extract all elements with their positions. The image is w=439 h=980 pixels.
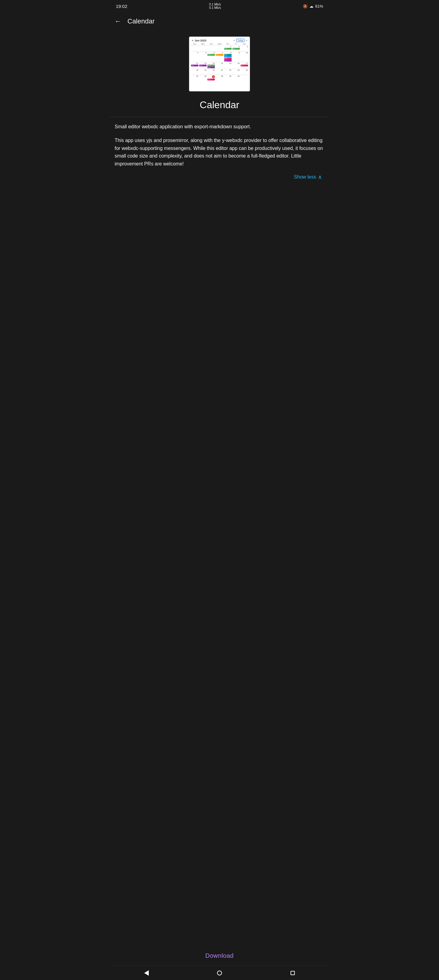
event-chip: semir (199, 65, 207, 67)
event-chip: workc (207, 65, 215, 67)
cal-cell-empty1 (190, 45, 199, 51)
cal-cell-25: 25 (190, 75, 199, 81)
app-name-label: Calendar (200, 99, 239, 110)
description-long: This app uses yjs and prosemirror, along… (115, 137, 324, 168)
cal-cell-24: 24 (240, 68, 249, 75)
cal-cell-6: 6 world (207, 51, 215, 62)
cal-prev-icon: < (233, 39, 235, 42)
cal-day-thu: Thu (224, 43, 232, 45)
description-short: Small editor webxdc application with exp… (115, 123, 324, 130)
cal-nav-controls: < Today > (233, 39, 247, 42)
show-less-row: Show less ∧ (115, 174, 324, 180)
cal-week5: 25 26 27 dinne 28 29 30 (190, 75, 249, 81)
cal-cell-17: 17 fami (240, 62, 249, 68)
cal-cell-empty-last (240, 75, 249, 81)
show-less-button[interactable]: Show less ∧ (294, 174, 322, 180)
mute-icon: 🔕 (303, 4, 308, 8)
description-area: Small editor webxdc application with exp… (110, 123, 329, 180)
cal-cell-19: 19 (199, 68, 207, 75)
cal-week2: 4 5 6 world 7 rate a 8 break call w dinn… (190, 51, 249, 62)
cal-cell-8: 8 break call w dinne cyclo (224, 51, 232, 62)
cal-day-sun: Sun (190, 43, 199, 45)
back-button[interactable]: ← (115, 18, 121, 25)
cal-cell-16: 16 (232, 62, 240, 68)
event-chip: cyclo (224, 60, 232, 62)
cal-cell-22: 22 (224, 68, 232, 75)
event-chip: work (224, 48, 232, 50)
cal-week4: 18 19 20 21 22 23 24 (190, 68, 249, 75)
status-bar: 19:02 0.1 Mb/s 0.1 Mb/s 🔕 ☁ 61% (110, 0, 329, 12)
app-name-section: Calendar (110, 94, 329, 117)
status-icons: 🔕 ☁ 61% (303, 4, 323, 8)
cal-header-left: ≡ Jun 2023 (192, 39, 206, 42)
cal-next-icon: > (246, 39, 247, 42)
cal-day-fri: Fri (232, 43, 240, 45)
cal-cell-1: 1 work (224, 45, 232, 51)
cloud-icon: ☁ (310, 4, 313, 8)
cal-day-tue: Tue (207, 43, 215, 45)
cal-day-sat: Sat (240, 43, 249, 45)
cal-cell-14: 14 (215, 62, 223, 68)
cal-cell-7: 7 rate a (215, 51, 223, 62)
cal-cell-2: 2 work (232, 45, 240, 51)
cal-cell-11: 11 semir (190, 62, 199, 68)
event-chip: fami (241, 65, 248, 67)
cal-cell-27-today: 27 dinne (207, 75, 215, 81)
event-chip: semir (191, 65, 198, 67)
cal-week3: 11 semir 12 semir 13 workc cyclo 14 15 1… (190, 62, 249, 68)
cal-cell-20: 20 (207, 68, 215, 75)
cal-day-headers: Sun Mon Tue Wed Thu Fri Sat (190, 43, 249, 45)
cal-cell-3: 3 (240, 45, 249, 51)
cal-cell-18: 18 (190, 68, 199, 75)
event-chip: dinne (207, 79, 215, 80)
cal-cell-empty3 (207, 45, 215, 51)
network-up: 0.1 Mb/s (209, 3, 221, 6)
cal-cell-28: 28 (215, 75, 223, 81)
cal-header: ≡ Jun 2023 < Today > (190, 38, 249, 43)
event-chip: world (207, 54, 215, 56)
cal-day-wed: Wed (215, 43, 223, 45)
cal-cell-15: 15 (224, 62, 232, 68)
cal-week1: 1 work 2 work 3 (190, 45, 249, 51)
event-chip: call w (224, 56, 232, 57)
cal-cell-9: 9 (232, 51, 240, 62)
cal-cell-empty4 (215, 45, 223, 51)
back-arrow-icon: ← (115, 18, 121, 25)
event-chip: dinne (224, 58, 232, 60)
page-title: Calendar (128, 18, 155, 25)
event-chip: cyclo (207, 67, 215, 68)
cal-cell-empty2 (199, 45, 207, 51)
cal-cell-29: 29 (224, 75, 232, 81)
cal-today-button[interactable]: Today (236, 39, 244, 42)
event-chip: break (224, 54, 232, 56)
cal-month-label: Jun 2023 (195, 39, 206, 42)
top-bar: ← Calendar (110, 12, 329, 30)
cal-cell-10: 10 (240, 51, 249, 62)
cal-cell-4: 4 (190, 51, 199, 62)
event-chip: rate a (216, 54, 223, 56)
cal-cell-23: 23 (232, 68, 240, 75)
cal-cell-13: 13 workc cyclo (207, 62, 215, 68)
battery-level: 61% (315, 4, 323, 8)
show-less-label: Show less (294, 174, 316, 180)
cal-day-mon: Mon (199, 43, 207, 45)
chevron-up-icon: ∧ (318, 174, 322, 180)
cal-cell-30: 30 (232, 75, 240, 81)
cal-menu-icon: ≡ (192, 39, 193, 42)
app-preview-container: ≡ Jun 2023 < Today > Sun Mon Tue Wed Thu… (110, 30, 329, 94)
cal-cell-26: 26 (199, 75, 207, 81)
section-divider (110, 117, 329, 117)
calendar-preview-image: ≡ Jun 2023 < Today > Sun Mon Tue Wed Thu… (189, 37, 250, 91)
event-chip: work (232, 48, 240, 50)
cal-cell-5: 5 (199, 51, 207, 62)
status-network: 0.1 Mb/s 0.1 Mb/s (209, 3, 221, 10)
cal-cell-21: 21 (215, 68, 223, 75)
network-down: 0.1 Mb/s (209, 6, 221, 10)
status-time: 19:02 (116, 4, 128, 9)
cal-cell-12: 12 semir (199, 62, 207, 68)
